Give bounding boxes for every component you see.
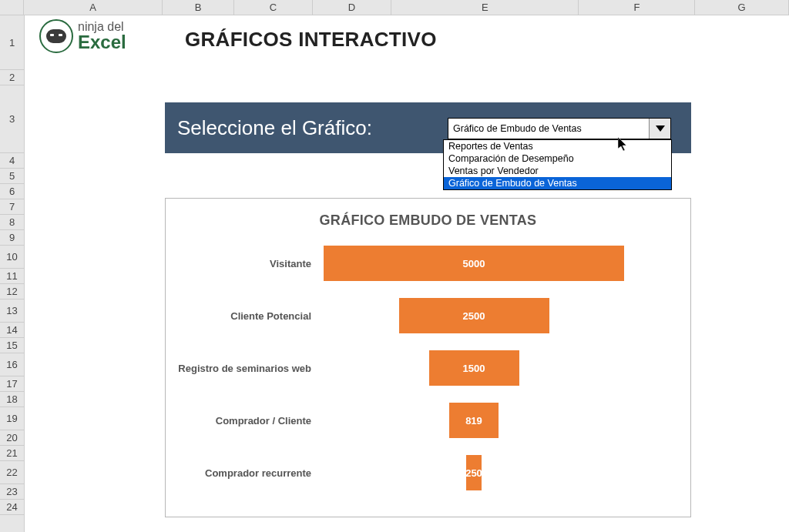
select-all-corner[interactable] bbox=[0, 0, 24, 15]
chart-plot-area: Visitante5000Cliente Potencial2500Regist… bbox=[166, 246, 690, 507]
row-header-19[interactable]: 19 bbox=[0, 407, 24, 430]
mouse-cursor-icon bbox=[618, 137, 630, 156]
col-header-a[interactable]: A bbox=[24, 0, 163, 15]
chart-select-dropdown[interactable]: Reportes de VentasComparación de Desempe… bbox=[443, 139, 672, 190]
combo-dropdown-button[interactable] bbox=[649, 119, 670, 139]
row-header-18[interactable]: 18 bbox=[0, 392, 24, 407]
funnel-bar: 250 bbox=[466, 455, 482, 490]
row-header-4[interactable]: 4 bbox=[0, 153, 24, 169]
col-header-e[interactable]: E bbox=[391, 0, 579, 15]
col-header-b[interactable]: B bbox=[163, 0, 233, 15]
funnel-category-label: Registro de seminarios web bbox=[166, 363, 316, 374]
row-header-1[interactable]: 1 bbox=[0, 15, 24, 70]
ninja-icon bbox=[39, 19, 73, 53]
funnel-category-label: Comprador recurrente bbox=[166, 467, 316, 479]
row-header-7[interactable]: 7 bbox=[0, 199, 24, 215]
dropdown-option[interactable]: Gráfico de Embudo de Ventas bbox=[444, 177, 671, 189]
chevron-down-icon bbox=[654, 122, 666, 135]
chart-title: GRÁFICO EMBUDO DE VENTAS bbox=[166, 212, 690, 229]
column-headers: A B C D E F G bbox=[0, 0, 789, 15]
row-header-16[interactable]: 16 bbox=[0, 353, 24, 376]
svg-marker-0 bbox=[656, 125, 665, 132]
row-header-20[interactable]: 20 bbox=[0, 430, 24, 446]
col-header-c[interactable]: C bbox=[234, 0, 313, 15]
funnel-category-label: Cliente Potencial bbox=[166, 310, 316, 322]
worksheet-area[interactable]: ninja del Excel GRÁFICOS INTERACTIVO Sel… bbox=[25, 15, 789, 532]
row-header-17[interactable]: 17 bbox=[0, 376, 24, 392]
row-header-9[interactable]: 9 bbox=[0, 230, 24, 246]
row-header-8[interactable]: 8 bbox=[0, 215, 24, 230]
dropdown-option[interactable]: Reportes de Ventas bbox=[444, 140, 671, 152]
dropdown-option[interactable]: Ventas por Vendedor bbox=[444, 165, 671, 177]
row-header-10[interactable]: 10 bbox=[0, 246, 24, 269]
row-header-14[interactable]: 14 bbox=[0, 323, 24, 338]
funnel-bar: 819 bbox=[449, 403, 499, 438]
row-header-6[interactable]: 6 bbox=[0, 184, 24, 199]
row-header-22[interactable]: 22 bbox=[0, 461, 24, 484]
funnel-bar: 1500 bbox=[429, 350, 519, 386]
combo-value: Gráfico de Embudo de Ventas bbox=[453, 123, 582, 134]
row-header-12[interactable]: 12 bbox=[0, 284, 24, 299]
brand-logo: ninja del Excel bbox=[39, 19, 126, 53]
row-header-15[interactable]: 15 bbox=[0, 338, 24, 353]
page-title: GRÁFICOS INTERACTIVO bbox=[185, 28, 437, 52]
funnel-category-label: Comprador / Cliente bbox=[166, 415, 316, 427]
row-headers: 123456789101112131415161718192021222324 bbox=[0, 15, 25, 532]
col-header-f[interactable]: F bbox=[579, 0, 695, 15]
chart-select-combo[interactable]: Gráfico de Embudo de Ventas bbox=[448, 118, 671, 139]
row-header-11[interactable]: 11 bbox=[0, 269, 24, 284]
row-header-13[interactable]: 13 bbox=[0, 299, 24, 323]
col-header-g[interactable]: G bbox=[695, 0, 789, 15]
row-header-3[interactable]: 3 bbox=[0, 85, 24, 153]
selector-label: Seleccione el Gráfico: bbox=[177, 116, 372, 140]
col-header-d[interactable]: D bbox=[313, 0, 391, 15]
funnel-bar: 5000 bbox=[324, 246, 624, 281]
row-header-21[interactable]: 21 bbox=[0, 446, 24, 461]
funnel-category-label: Visitante bbox=[166, 258, 316, 269]
logo-text-bottom: Excel bbox=[78, 33, 126, 52]
funnel-chart[interactable]: GRÁFICO EMBUDO DE VENTAS Visitante5000Cl… bbox=[165, 198, 691, 517]
row-header-24[interactable]: 24 bbox=[0, 500, 24, 515]
dropdown-option[interactable]: Comparación de Desempeño bbox=[444, 152, 671, 165]
funnel-bar: 2500 bbox=[399, 298, 549, 333]
row-header-2[interactable]: 2 bbox=[0, 70, 24, 85]
row-header-5[interactable]: 5 bbox=[0, 169, 24, 184]
row-header-23[interactable]: 23 bbox=[0, 484, 24, 500]
